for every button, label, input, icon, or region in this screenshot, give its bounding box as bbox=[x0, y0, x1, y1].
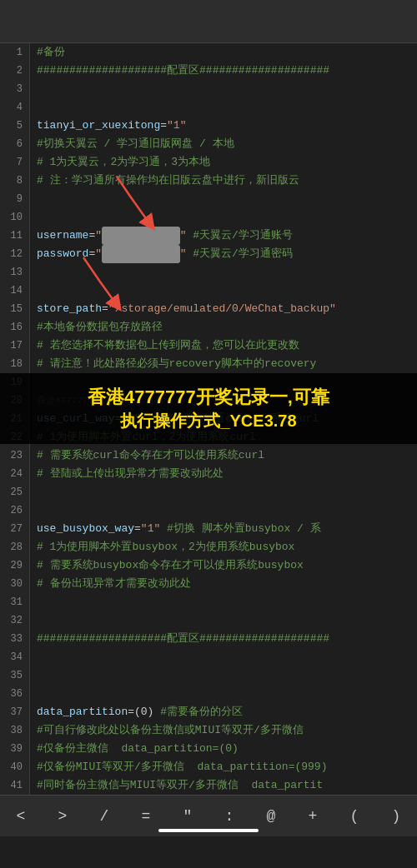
toolbar-key[interactable]: ) bbox=[387, 808, 406, 825]
code-line: 23# 需要系统curl命令存在才可以使用系统curl bbox=[0, 446, 417, 465]
line-number: 3 bbox=[0, 80, 30, 98]
code-line: 16#本地备份数据包存放路径 bbox=[0, 318, 417, 337]
code-line: 40#仅备份MIUI等双开/多开微信 data_partition=(999) bbox=[0, 758, 417, 776]
line-number: 36 bbox=[0, 685, 30, 703]
line-content[interactable]: ####################配置区#################… bbox=[30, 630, 417, 648]
line-content[interactable]: # 需要系统curl命令存在才可以使用系统curl bbox=[30, 446, 417, 465]
line-content[interactable] bbox=[30, 611, 417, 630]
line-content[interactable]: username="████████████" #天翼云/学习通账号 bbox=[30, 227, 417, 245]
line-content[interactable]: # 请注意！此处路径必须与recovery脚本中的recovery bbox=[30, 355, 417, 373]
line-content[interactable] bbox=[30, 282, 417, 300]
line-number: 28 bbox=[0, 538, 30, 556]
code-line: 8# 注：学习通所有操作均在旧版云盘中进行，新旧版云 bbox=[0, 172, 417, 190]
code-line: 32 bbox=[0, 611, 417, 630]
banner-title: 香港4777777开奖记录一,可靠 bbox=[8, 385, 409, 410]
line-content[interactable]: # 备份出现异常才需要改动此处 bbox=[30, 575, 417, 593]
line-content[interactable]: # 若您选择不将数据包上传到网盘，您可以在此更改数 bbox=[30, 337, 417, 355]
line-number: 5 bbox=[0, 117, 30, 135]
line-content[interactable]: # 登陆或上传出现异常才需要改动此处 bbox=[30, 465, 417, 483]
line-number: 34 bbox=[0, 648, 30, 666]
line-number: 31 bbox=[0, 593, 30, 611]
toolbar-key[interactable]: > bbox=[53, 808, 73, 825]
line-content[interactable]: use_busybox_way="1" #切换 脚本外置busybox / 系 bbox=[30, 520, 417, 538]
line-content[interactable] bbox=[30, 98, 417, 117]
line-content[interactable]: # 注：学习通所有操作均在旧版云盘中进行，新旧版云 bbox=[30, 172, 417, 190]
line-content[interactable] bbox=[30, 501, 417, 520]
toolbar-key[interactable]: " bbox=[178, 808, 198, 825]
toolbar-key[interactable]: / bbox=[95, 808, 114, 825]
toolbar-key[interactable]: @ bbox=[262, 808, 281, 825]
line-number: 41 bbox=[0, 776, 30, 795]
line-number: 25 bbox=[0, 483, 30, 501]
line-content[interactable] bbox=[30, 685, 417, 703]
line-content[interactable]: #备份 bbox=[30, 43, 417, 62]
line-content[interactable]: ####################配置区#################… bbox=[30, 62, 417, 80]
bottom-toolbar: <>/=":@+() bbox=[0, 795, 417, 836]
line-content[interactable]: store_path="/storage/emulated/0/WeChat_b… bbox=[30, 300, 417, 318]
code-line: 7# 1为天翼云，2为学习通，3为本地 bbox=[0, 153, 417, 172]
code-line: 18# 请注意！此处路径必须与recovery脚本中的recovery bbox=[0, 355, 417, 373]
line-content[interactable] bbox=[30, 208, 417, 227]
line-content[interactable] bbox=[30, 263, 417, 282]
banner-subtitle: 执行操作方式_YCE3.78 bbox=[8, 410, 409, 432]
code-line: 28# 1为使用脚本外置busybox，2为使用系统busybox bbox=[0, 538, 417, 556]
toolbar-key[interactable]: = bbox=[137, 808, 156, 825]
code-line: 2####################配置区################… bbox=[0, 62, 417, 80]
line-content[interactable]: #切换天翼云 / 学习通旧版网盘 / 本地 bbox=[30, 135, 417, 153]
line-content[interactable]: password="████████████" #天翼云/学习通密码 bbox=[30, 245, 417, 263]
line-content[interactable] bbox=[30, 80, 417, 98]
line-content[interactable]: #可自行修改此处以备份主微信或MIUI等双开/多开微信 bbox=[30, 721, 417, 740]
toolbar-key[interactable]: : bbox=[220, 808, 239, 825]
line-content[interactable]: # 1为使用脚本外置busybox，2为使用系统busybox bbox=[30, 538, 417, 556]
line-content[interactable]: # 1为天翼云，2为学习通，3为本地 bbox=[30, 153, 417, 172]
line-content[interactable]: #本地备份数据包存放路径 bbox=[30, 318, 417, 337]
code-line: 29# 需要系统busybox命令存在才可以使用系统busybox bbox=[0, 556, 417, 575]
code-line: 10 bbox=[0, 208, 417, 227]
toolbar-key[interactable]: < bbox=[12, 808, 31, 825]
line-content[interactable]: #仅备份MIUI等双开/多开微信 data_partition=(999) bbox=[30, 758, 417, 776]
line-number: 35 bbox=[0, 666, 30, 685]
line-number: 6 bbox=[0, 135, 30, 153]
line-number: 1 bbox=[0, 43, 30, 62]
code-line: 37data_partition=(0) #需要备份的分区 bbox=[0, 703, 417, 721]
toolbar-key[interactable]: ( bbox=[345, 808, 364, 825]
line-number: 24 bbox=[0, 465, 30, 483]
line-number: 33 bbox=[0, 630, 30, 648]
line-content[interactable] bbox=[30, 593, 417, 611]
line-content[interactable] bbox=[30, 666, 417, 685]
code-line: 3 bbox=[0, 80, 417, 98]
line-number: 38 bbox=[0, 721, 30, 740]
code-line: 30# 备份出现异常才需要改动此处 bbox=[0, 575, 417, 593]
line-number: 10 bbox=[0, 208, 30, 227]
line-number: 14 bbox=[0, 282, 30, 300]
line-content[interactable]: #仅备份主微信 data_partition=(0) bbox=[30, 740, 417, 758]
code-line: 31 bbox=[0, 593, 417, 611]
code-line: 41#同时备份主微信与MIUI等双开/多开微信 data_partit bbox=[0, 776, 417, 795]
line-number: 39 bbox=[0, 740, 30, 758]
code-line: 5tianyi_or_xuexitong="1" bbox=[0, 117, 417, 135]
code-line: 24# 登陆或上传出现异常才需要改动此处 bbox=[0, 465, 417, 483]
line-content[interactable]: data_partition=(0) #需要备份的分区 bbox=[30, 703, 417, 721]
code-line: 25 bbox=[0, 483, 417, 501]
line-content[interactable]: #同时备份主微信与MIUI等双开/多开微信 data_partit bbox=[30, 776, 417, 795]
code-line: 26 bbox=[0, 501, 417, 520]
line-number: 8 bbox=[0, 172, 30, 190]
line-number: 29 bbox=[0, 556, 30, 575]
code-line: 33####################配置区###############… bbox=[0, 630, 417, 648]
line-content[interactable]: tianyi_or_xuexitong="1" bbox=[30, 117, 417, 135]
line-number: 9 bbox=[0, 190, 30, 208]
line-number: 32 bbox=[0, 611, 30, 630]
code-line: 27use_busybox_way="1" #切换 脚本外置busybox / … bbox=[0, 520, 417, 538]
code-line: 34 bbox=[0, 648, 417, 666]
line-content[interactable] bbox=[30, 648, 417, 666]
line-number: 4 bbox=[0, 98, 30, 117]
line-content[interactable]: # 需要系统busybox命令存在才可以使用系统busybox bbox=[30, 556, 417, 575]
line-number: 18 bbox=[0, 355, 30, 373]
toolbar-key[interactable]: + bbox=[304, 808, 323, 825]
code-line: 38#可自行修改此处以备份主微信或MIUI等双开/多开微信 bbox=[0, 721, 417, 740]
line-content[interactable] bbox=[30, 483, 417, 501]
code-line: 13 bbox=[0, 263, 417, 282]
line-content[interactable] bbox=[30, 190, 417, 208]
code-line: 9 bbox=[0, 190, 417, 208]
line-number: 26 bbox=[0, 501, 30, 520]
